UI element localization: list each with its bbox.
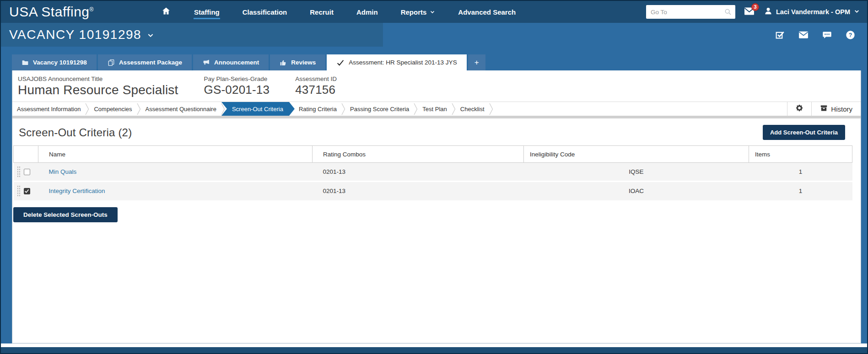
field-value: 437156: [295, 83, 337, 97]
tab-reviews[interactable]: Reviews: [270, 54, 325, 70]
tab-assessment-active[interactable]: Assessment: HR Specialist 201-13 JYS: [327, 54, 466, 70]
ineligibility-code-value: IOAC: [524, 182, 749, 200]
assessment-step-nav: Assessment Information Competencies Asse…: [12, 102, 861, 116]
history-button[interactable]: History: [812, 102, 861, 116]
screen-out-table: Name Rating Combos Ineligibility Code It…: [13, 145, 852, 200]
chevron-separator-icon: [85, 102, 89, 116]
folder-icon: [22, 59, 29, 66]
chat-icon[interactable]: [822, 30, 832, 40]
screen-out-link[interactable]: Min Quals: [49, 168, 77, 175]
step-assessment-information[interactable]: Assessment Information: [12, 102, 85, 116]
home-icon: [162, 6, 171, 17]
nav-item-classification[interactable]: Classification: [242, 5, 288, 19]
nav-item-admin[interactable]: Admin: [356, 5, 378, 19]
table-row: Integrity Certification 0201-13 IOAC 1: [14, 182, 852, 200]
search-icon[interactable]: [724, 8, 732, 17]
column-header-ineligibility-code: Ineligibility Code: [524, 146, 749, 163]
assessment-id-field: Assessment ID 437156: [295, 75, 337, 97]
plus-icon: +: [474, 58, 479, 67]
vacancy-quick-actions: ?: [775, 30, 867, 40]
help-icon[interactable]: ?: [846, 30, 855, 40]
archive-icon: [820, 104, 828, 113]
gear-icon: [795, 104, 803, 114]
megaphone-icon: [203, 59, 210, 66]
bottom-spacer: [1, 343, 867, 347]
panel-heading-row: Screen-Out Criteria (2) Add Screen-Out C…: [12, 118, 861, 145]
nav-item-reports[interactable]: Reports: [400, 5, 436, 19]
column-header-name: Name: [38, 146, 313, 163]
screen-out-link[interactable]: Integrity Certification: [49, 188, 105, 194]
step-screen-out-criteria[interactable]: Screen-Out Criteria: [221, 102, 295, 116]
notifications-button[interactable]: 3: [744, 7, 755, 17]
app-window: USA Staffing® Staffing Classification Re…: [0, 0, 868, 354]
step-checklist[interactable]: Checklist: [456, 102, 489, 116]
svg-text:?: ?: [849, 32, 852, 38]
field-value: Human Resource Specialist: [18, 83, 178, 97]
rating-combos-value: 0201-13: [313, 182, 524, 200]
home-button[interactable]: [162, 6, 171, 17]
column-header-items: Items: [749, 146, 852, 163]
content-frame: USAJOBS Announcement Title Human Resourc…: [1, 70, 867, 343]
items-count-value: 1: [749, 182, 852, 200]
field-label: USAJOBS Announcement Title: [18, 75, 178, 82]
row-checkbox[interactable]: [24, 169, 30, 175]
step-passing-score-criteria[interactable]: Passing Score Criteria: [345, 102, 414, 116]
user-icon: [764, 7, 772, 17]
select-column-header: [14, 146, 38, 163]
vacancy-header: VACANCY 10191298 ?: [1, 23, 867, 47]
step-test-plan[interactable]: Test Plan: [418, 102, 451, 116]
tab-announcement[interactable]: Announcement: [193, 54, 269, 70]
tasks-icon[interactable]: [775, 30, 785, 40]
check-icon: [336, 59, 345, 67]
step-assessment-questionnaire[interactable]: Assessment Questionnaire: [141, 102, 221, 116]
goto-search: [646, 5, 735, 19]
copy-icon: [108, 59, 115, 66]
main-nav: Staffing Classification Recruit Admin Re…: [194, 5, 516, 19]
history-label: History: [831, 105, 852, 113]
chevron-down-icon: [854, 8, 860, 16]
user-name: Laci Vandermark - OPM: [776, 8, 850, 16]
chevron-separator-icon: [452, 102, 456, 116]
screen-out-panel: Screen-Out Criteria (2) Add Screen-Out C…: [12, 118, 861, 343]
items-count-value: 1: [749, 163, 852, 182]
usa-staffing-logo: USA Staffing®: [9, 4, 94, 20]
vacancy-title-dropdown[interactable]: VACANCY 10191298: [9, 27, 154, 42]
user-menu[interactable]: Laci Vandermark - OPM: [764, 7, 860, 17]
delete-selected-screen-outs-button[interactable]: Delete Selected Screen-Outs: [13, 207, 118, 222]
goto-input[interactable]: [646, 5, 735, 19]
add-screen-out-criteria-button[interactable]: Add Screen-Out Criteria: [763, 125, 845, 140]
workspace-tabstrip: Vacancy 10191298 Assessment Package Anno…: [1, 47, 867, 70]
tab-assessment-package[interactable]: Assessment Package: [98, 54, 192, 70]
drag-handle[interactable]: [17, 166, 21, 178]
registered-mark: ®: [90, 6, 94, 13]
nav-item-advanced-search[interactable]: Advanced Search: [458, 5, 516, 19]
table-header-row: Name Rating Combos Ineligibility Code It…: [14, 146, 852, 163]
nav-item-recruit[interactable]: Recruit: [309, 5, 334, 19]
drag-handle[interactable]: [17, 185, 21, 197]
bottom-bar: [1, 347, 867, 353]
chevron-separator-icon: [137, 102, 141, 116]
page-title: Screen-Out Criteria (2): [19, 126, 132, 139]
chevron-separator-icon: [414, 102, 418, 116]
thumbs-up-icon: [280, 59, 287, 66]
pay-plan-series-grade-field: Pay Plan-Series-Grade GS-0201-13: [204, 75, 270, 97]
step-rating-criteria[interactable]: Rating Criteria: [294, 102, 341, 116]
step-competencies[interactable]: Competencies: [89, 102, 136, 116]
tab-vacancy[interactable]: Vacancy 10191298: [12, 54, 97, 70]
row-checkbox[interactable]: [24, 188, 30, 194]
settings-button[interactable]: [787, 102, 811, 116]
envelope-icon[interactable]: [798, 30, 809, 40]
assessment-card: USAJOBS Announcement Title Human Resourc…: [12, 70, 861, 343]
chevron-separator-icon: [341, 102, 345, 116]
top-nav: USA Staffing® Staffing Classification Re…: [1, 1, 867, 23]
field-label: Pay Plan-Series-Grade: [204, 75, 270, 82]
top-nav-right: 3 Laci Vandermark - OPM: [646, 5, 860, 19]
chevron-down-icon: [147, 27, 154, 42]
field-value: GS-0201-13: [204, 83, 270, 97]
field-label: Assessment ID: [295, 75, 337, 82]
tab-add-new[interactable]: +: [468, 54, 485, 70]
ineligibility-code-value: IQSE: [524, 163, 749, 182]
step-nav-controls: History: [787, 102, 861, 116]
nav-item-staffing[interactable]: Staffing: [194, 5, 220, 19]
assessment-info-strip: USAJOBS Announcement Title Human Resourc…: [12, 70, 861, 102]
